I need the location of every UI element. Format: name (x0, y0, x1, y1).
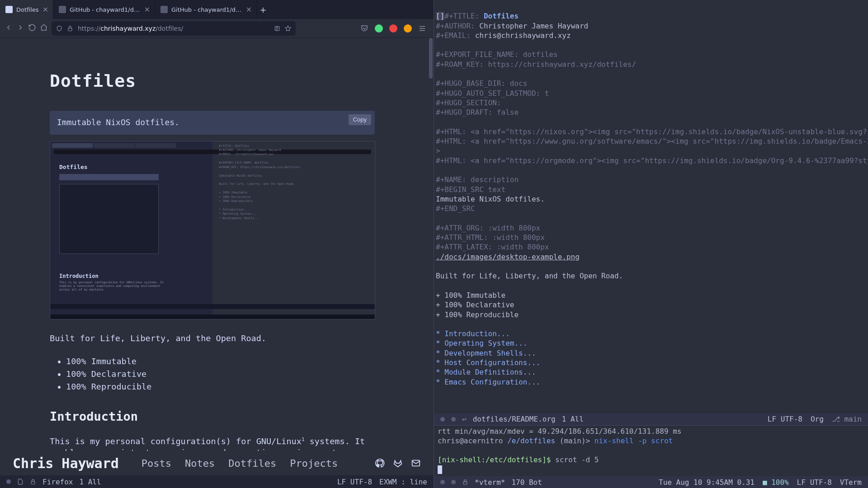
close-icon[interactable]: × (42, 6, 48, 13)
encoding: LF UTF-8 (768, 415, 802, 423)
close-icon[interactable]: × (144, 6, 150, 13)
tab-title: GitHub - chayward1/dotf (70, 6, 141, 13)
list-item: 100% Declarative (66, 369, 375, 380)
forward-button[interactable] (16, 23, 24, 33)
address-bar[interactable]: https://chrishayward.xyz/dotfiles/ (52, 21, 296, 36)
site-navbar: Chris Hayward Posts Notes Dotfiles Proje… (0, 451, 434, 475)
editor[interactable]: []#+TITLE: Dotfiles #+AUTHOR: Christophe… (434, 0, 868, 413)
extension-icon[interactable] (404, 24, 412, 33)
back-icon: ↩ (462, 415, 467, 423)
ublock-icon[interactable] (389, 24, 397, 33)
position: 1 All (79, 478, 101, 486)
github-icon[interactable] (375, 458, 385, 468)
buffer-name: *vterm* (475, 478, 505, 487)
clock: Tue Aug 10 9:45AM 0.31 (659, 478, 755, 487)
screenshot-image: Dotfiles Introduction This is my persona… (50, 141, 375, 319)
nav-dotfiles[interactable]: Dotfiles (228, 458, 276, 469)
features-list: 100% Immutable 100% Declarative 100% Rep… (50, 356, 375, 393)
favicon-icon (59, 6, 66, 13)
lock-icon (30, 479, 36, 485)
position: 170 Bot (511, 478, 542, 487)
buffer-path: dotfiles/README.org (473, 415, 556, 423)
mode: EXWM : line (379, 478, 427, 486)
editor-modeline: ↩ dotfiles/README.org 1 All LF UTF-8 Org… (434, 413, 868, 425)
status-dot-icon (451, 417, 456, 422)
svg-rect-4 (463, 482, 467, 484)
favicon-icon (160, 6, 168, 13)
tab-github-1[interactable]: GitHub - chayward1/dotf × (53, 0, 155, 19)
menu-icon[interactable] (418, 24, 426, 33)
buffer-name: Firefox (42, 478, 73, 486)
lock-icon (462, 479, 468, 485)
bookmark-icon[interactable] (285, 25, 291, 32)
favicon-icon (5, 6, 13, 13)
image-link[interactable]: ./docs/images/desktop-example.png (436, 253, 580, 261)
nav-projects[interactable]: Projects (290, 458, 338, 469)
modeline-left: Firefox 1 All LF UTF-8 EXWM : line (0, 475, 434, 488)
extension-icons (360, 24, 426, 33)
status-dot-icon (6, 479, 11, 484)
tab-dotfiles[interactable]: Dotfiles × (0, 0, 53, 19)
back-button[interactable] (5, 23, 13, 33)
status-dot-icon (440, 480, 445, 484)
nav-links: Posts Notes Dotfiles Projects (142, 458, 338, 469)
svg-rect-0 (68, 28, 72, 31)
nav-notes[interactable]: Notes (185, 458, 215, 469)
major-mode: VTerm (840, 478, 862, 487)
terminal[interactable]: rtt min/avg/max/mdev = 49.294/186.651/36… (434, 426, 868, 476)
git-branch: ⎇ main (832, 415, 862, 423)
close-icon[interactable]: × (246, 6, 252, 13)
page-title: Dotfiles (50, 70, 375, 93)
scrollbar[interactable] (429, 38, 433, 475)
brand[interactable]: Chris Hayward (13, 455, 119, 471)
list-item: 100% Reproducible (66, 381, 375, 393)
url-text: https://chrishayward.xyz/dotfiles/ (78, 25, 269, 32)
page-viewport: Dotfiles Immutable NixOS dotfiles. Copy … (0, 38, 434, 475)
reader-icon[interactable] (274, 25, 280, 32)
new-tab-button[interactable]: + (257, 5, 269, 14)
major-mode: Org (811, 415, 824, 423)
browser-chrome: Dotfiles × GitHub - chayward1/dotf × Git… (0, 0, 434, 38)
encoding: LF UTF-8 (337, 478, 372, 486)
intro-heading: Introduction (50, 408, 375, 425)
terminal-modeline: *vterm* 170 Bot Tue Aug 10 9:45AM 0.31 ■… (434, 476, 868, 488)
gitlab-icon[interactable] (393, 458, 403, 468)
code-block: Immutable NixOS dotfiles. Copy (50, 111, 375, 134)
tab-title: Dotfiles (16, 6, 39, 13)
status-dot-icon (451, 480, 456, 484)
mail-icon[interactable] (411, 458, 421, 468)
shield-icon (56, 25, 62, 32)
social-icons (375, 458, 421, 468)
toolbar: https://chrishayward.xyz/dotfiles/ (0, 19, 434, 38)
list-item: 100% Immutable (66, 356, 375, 367)
pocket-icon[interactable] (360, 24, 368, 33)
battery: ■ 100% (763, 478, 789, 487)
code-text: Immutable NixOS dotfiles. (57, 117, 179, 127)
encoding: LF UTF-8 (797, 478, 832, 487)
tab-github-2[interactable]: GitHub - chayward1/dotf × (155, 0, 257, 19)
tagline: Built for Life, Liberty, and the Open Ro… (50, 333, 375, 344)
tab-title: GitHub - chayward1/dotf (171, 6, 242, 13)
nav-posts[interactable]: Posts (142, 458, 171, 469)
copy-button[interactable]: Copy (349, 114, 371, 125)
status-dot-icon (440, 417, 445, 422)
lock-icon (67, 25, 73, 32)
position: 1 All (562, 415, 584, 423)
svg-rect-3 (31, 481, 35, 484)
file-icon (17, 479, 24, 485)
reload-button[interactable] (28, 23, 36, 33)
tabstrip: Dotfiles × GitHub - chayward1/dotf × Git… (0, 0, 434, 19)
extension-icon[interactable] (375, 24, 383, 33)
home-button[interactable] (40, 23, 48, 33)
